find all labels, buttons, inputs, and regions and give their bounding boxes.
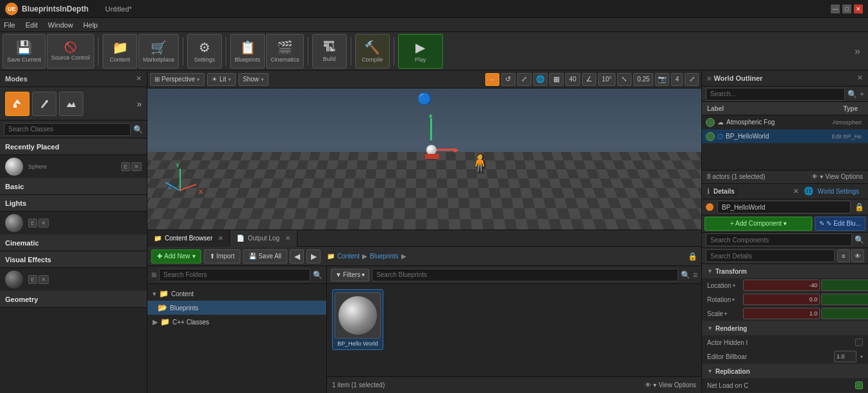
- location-x-input[interactable]: [743, 280, 820, 291]
- modes-more-button[interactable]: »: [137, 99, 142, 109]
- search-details-input[interactable]: [706, 249, 835, 262]
- scale-snap-value[interactable]: 0.25: [633, 73, 653, 86]
- location-y-input[interactable]: [821, 280, 868, 291]
- play-button[interactable]: ▶ Play: [398, 34, 443, 69]
- filters-button[interactable]: ▼ Filters ▾: [331, 269, 369, 281]
- section-visual-effects[interactable]: Visual Effects: [0, 251, 147, 268]
- content-browser-close-icon[interactable]: ✕: [218, 235, 223, 242]
- menu-help[interactable]: Help: [83, 21, 98, 29]
- viewport-maximize[interactable]: ⤢: [685, 73, 699, 86]
- blueprints-button[interactable]: 📋 Blueprints: [230, 34, 265, 69]
- minimize-button[interactable]: —: [831, 4, 840, 13]
- vfx-x-btn[interactable]: ✕: [38, 275, 49, 284]
- snap-angle-value[interactable]: 10°: [598, 73, 615, 86]
- outliner-view-options-button[interactable]: 👁 ▾ View Options: [812, 173, 863, 180]
- details-list-view-button[interactable]: ≡: [837, 249, 850, 262]
- details-tab[interactable]: Details: [710, 187, 739, 196]
- replication-section-header[interactable]: ▼ Replication: [702, 364, 868, 378]
- close-button[interactable]: ✕: [854, 4, 863, 13]
- details-lock-icon[interactable]: 🔒: [855, 203, 864, 212]
- nav-back-button[interactable]: ◀: [290, 249, 304, 263]
- menu-window[interactable]: Window: [48, 21, 73, 29]
- visibility-icon-bp[interactable]: [706, 132, 715, 141]
- lit-button[interactable]: ☀ Lit ▾: [207, 73, 236, 86]
- modes-close-icon[interactable]: ✕: [136, 74, 142, 83]
- folder-content[interactable]: ▾ 📁 Content: [147, 287, 326, 301]
- settings-button[interactable]: ⚙ Settings: [187, 34, 222, 69]
- visibility-icon-atmospheric[interactable]: [706, 118, 715, 127]
- output-log-close-icon[interactable]: ✕: [285, 235, 290, 242]
- folder-blueprints[interactable]: 📂 Blueprints: [147, 301, 326, 315]
- cinematics-button[interactable]: 🎬 Cinematics: [266, 34, 304, 69]
- outliner-item-atmospheric-fog[interactable]: ☁ Atmospheric Fog Atmospheri: [702, 115, 868, 130]
- rotation-x-input[interactable]: [743, 294, 820, 305]
- coord-space-toggle[interactable]: 🌐: [533, 73, 547, 86]
- world-settings-tab[interactable]: World Settings: [814, 187, 863, 196]
- marketplace-button[interactable]: 🛒 Marketplace: [138, 34, 179, 69]
- search-classes-input[interactable]: [4, 123, 131, 136]
- toolbar-more-button[interactable]: »: [855, 46, 865, 57]
- add-component-button[interactable]: + Add Component ▾: [705, 217, 812, 231]
- rendering-section-header[interactable]: ▼ Rendering: [702, 321, 868, 335]
- import-button[interactable]: ⬆ Import: [204, 249, 240, 263]
- search-components-input[interactable]: [706, 233, 852, 246]
- maximize-button[interactable]: □: [842, 4, 851, 13]
- search-blueprints-icon[interactable]: 🔍: [681, 271, 690, 280]
- scale-x-input[interactable]: [743, 308, 820, 319]
- asset-bp-hello-world[interactable]: BP_Hello World: [332, 289, 383, 350]
- object-name-input[interactable]: [717, 201, 851, 213]
- search-blueprints-input[interactable]: [372, 269, 678, 281]
- show-button[interactable]: Show ▾: [238, 73, 269, 86]
- save-all-button[interactable]: 💾 Save All: [243, 249, 287, 263]
- modes-item-sphere[interactable]: Sphere E ✕: [0, 155, 147, 178]
- section-basic[interactable]: Basic: [0, 178, 147, 195]
- add-new-button[interactable]: ✚ Add New ▾: [151, 249, 201, 263]
- snap-angle-icon[interactable]: ∠: [582, 73, 596, 86]
- world-outliner-close-icon[interactable]: ✕: [857, 74, 863, 82]
- outliner-item-bp-hello-world[interactable]: ⬡ BP_HelloWorld Edit BP_He: [702, 130, 868, 144]
- save-current-button[interactable]: 💾 Save Current: [3, 34, 46, 69]
- scale-tool[interactable]: ⤢: [517, 73, 531, 86]
- build-button[interactable]: 🏗 Build: [312, 34, 347, 69]
- content-browser-lock-icon[interactable]: 🔒: [688, 252, 697, 261]
- viewport[interactable]: ⊞ Perspective ▾ ☀ Lit ▾ Show ▾ ↔ ↺ ⤢: [147, 71, 701, 230]
- scale-y-input[interactable]: [821, 308, 868, 319]
- rotation-y-input[interactable]: [821, 294, 868, 305]
- mannequin-actor[interactable]: 🧍: [469, 152, 491, 173]
- lights-item[interactable]: E ✕: [0, 212, 147, 235]
- section-recently-placed[interactable]: Recently Placed: [0, 138, 147, 155]
- tab-output-log[interactable]: 📄 Output Log ✕: [230, 230, 297, 247]
- camera-speed-value[interactable]: 4: [671, 73, 683, 86]
- outliner-add-icon[interactable]: +: [860, 90, 864, 99]
- landscape-mode-icon[interactable]: [59, 92, 83, 116]
- search-folders-input[interactable]: [159, 269, 310, 281]
- lights-x-btn[interactable]: ✕: [38, 219, 49, 228]
- visual-effects-item[interactable]: E ✕: [0, 268, 147, 291]
- menu-edit[interactable]: Edit: [26, 21, 38, 29]
- assets-view-toggle[interactable]: ≡: [693, 271, 697, 280]
- rotate-tool[interactable]: ↺: [501, 73, 515, 86]
- sphere-eye-btn[interactable]: E: [121, 162, 130, 171]
- breadcrumb-content[interactable]: Content: [337, 253, 360, 260]
- place-mode-icon[interactable]: [5, 92, 29, 116]
- source-control-button[interactable]: 🚫 Source Control: [47, 34, 94, 69]
- translate-tool[interactable]: ↔: [485, 73, 499, 86]
- scale-snap-icon[interactable]: ⤡: [617, 73, 631, 86]
- section-geometry[interactable]: Geometry: [0, 291, 147, 308]
- menu-file[interactable]: File: [4, 21, 15, 29]
- edit-blueprint-button[interactable]: ✎ ✎ Edit Blu...: [815, 217, 865, 231]
- section-lights[interactable]: Lights: [0, 195, 147, 212]
- surface-snapping[interactable]: ▦: [549, 73, 563, 86]
- details-eye-button[interactable]: 👁: [851, 249, 864, 262]
- snap-value[interactable]: 40: [565, 73, 580, 86]
- transform-section-header[interactable]: ▼ Transform: [702, 264, 868, 278]
- breadcrumb-blueprints[interactable]: Blueprints: [370, 253, 398, 260]
- section-cinematic[interactable]: Cinematic: [0, 235, 147, 251]
- details-close-icon[interactable]: ✕: [793, 187, 799, 196]
- net-load-checkbox[interactable]: ✓: [855, 381, 863, 389]
- outliner-search-input[interactable]: [706, 88, 845, 101]
- camera-speed-icon[interactable]: 📷: [655, 73, 669, 86]
- vfx-eye-btn[interactable]: E: [28, 275, 37, 284]
- perspective-button[interactable]: ⊞ Perspective ▾: [150, 73, 204, 86]
- bp-hello-world-actor[interactable]: [413, 137, 452, 176]
